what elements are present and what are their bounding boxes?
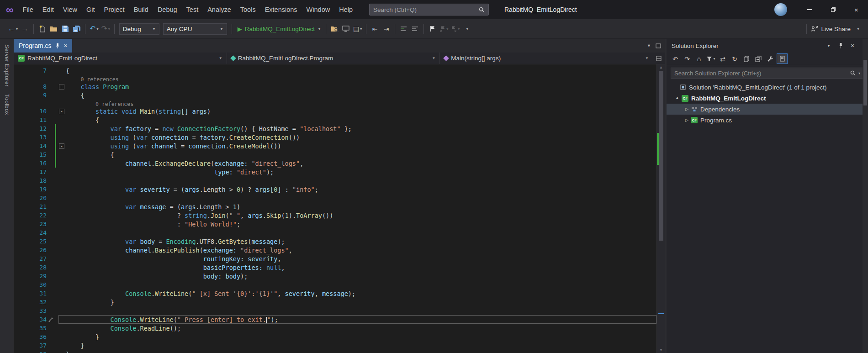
breakpoint-margin[interactable] bbox=[14, 246, 26, 254]
breadcrumb-member-dropdown[interactable]: Main(string[] args) ▼ bbox=[440, 53, 653, 64]
code-line[interactable]: 31 Console.WriteLine(" [x] Sent '{0}':'{… bbox=[14, 289, 656, 298]
breakpoint-margin[interactable] bbox=[14, 142, 26, 150]
next-bookmark-button[interactable]: ▾ bbox=[450, 23, 461, 35]
open-file-button[interactable] bbox=[48, 23, 59, 35]
properties-button[interactable] bbox=[765, 53, 776, 64]
breakpoint-margin[interactable] bbox=[14, 185, 26, 194]
code-lines[interactable]: 7{0 references8- class Program9 {0 refer… bbox=[14, 64, 656, 353]
live-share-button[interactable]: Live Share bbox=[810, 23, 852, 35]
code-line[interactable]: 17 type: "direct"); bbox=[14, 168, 656, 176]
tab-program-cs[interactable]: Program.cs × bbox=[14, 39, 72, 53]
code-line[interactable]: 19 var severity = (args.Length > 0) ? ar… bbox=[14, 185, 656, 194]
code-line[interactable]: 13 using (var connection = factory.Creat… bbox=[14, 133, 656, 142]
code-line[interactable]: 28 basicProperties: null, bbox=[14, 263, 656, 272]
breakpoint-margin[interactable] bbox=[14, 82, 26, 91]
code-line[interactable]: 24 bbox=[14, 228, 656, 237]
fold-collapse-icon[interactable]: - bbox=[59, 109, 64, 114]
code-line[interactable]: 26 channel.BasicPublish(exchange: "direc… bbox=[14, 246, 656, 254]
breakpoint-margin[interactable] bbox=[14, 280, 26, 289]
breakpoint-margin[interactable] bbox=[14, 176, 26, 185]
breakpoint-margin[interactable] bbox=[14, 332, 26, 341]
code-line[interactable]: 7{ bbox=[14, 66, 656, 75]
home-button[interactable]: ⌂ bbox=[693, 53, 704, 64]
tree-row-project[interactable]: ▸ C# RabbitMQ_EmitLogDirect bbox=[667, 93, 863, 104]
navigate-forward-button[interactable]: → bbox=[19, 23, 31, 35]
code-line[interactable]: 33 bbox=[14, 306, 656, 315]
minimize-button[interactable] bbox=[798, 0, 821, 19]
toolbar-overflow-button[interactable]: ▾ bbox=[852, 23, 863, 35]
scroll-down-arrow-icon[interactable]: ▼ bbox=[657, 348, 665, 352]
breakpoint-margin[interactable] bbox=[14, 150, 26, 159]
pin-pane-icon[interactable] bbox=[836, 41, 845, 50]
save-all-button[interactable] bbox=[71, 23, 82, 35]
codelens-row[interactable]: 0 references bbox=[14, 100, 656, 107]
redo-button[interactable]: ↷▾ bbox=[100, 23, 111, 35]
browser-preview-button[interactable] bbox=[340, 23, 352, 35]
new-file-button[interactable] bbox=[37, 23, 48, 35]
code-editor[interactable]: 7{0 references8- class Program9 {0 refer… bbox=[14, 64, 665, 353]
close-pane-icon[interactable]: × bbox=[848, 41, 857, 50]
toolbox-tab[interactable]: Toolbox bbox=[4, 94, 10, 115]
navigate-back-button[interactable]: ←▾ bbox=[6, 23, 19, 35]
editor-scrollbar[interactable]: ▲ ▼ bbox=[656, 64, 665, 353]
breakpoint-margin[interactable] bbox=[14, 254, 26, 263]
code-line[interactable]: 23 : "Hello World!"; bbox=[14, 220, 656, 228]
solution-explorer-search-input[interactable]: Search Solution Explorer (Ctrl+ş) ▾ bbox=[671, 68, 864, 79]
toolbar-options-button[interactable]: ▾ bbox=[461, 23, 472, 35]
find-in-files-button[interactable] bbox=[329, 23, 340, 35]
code-line[interactable]: 25 var body = Encoding.UTF8.GetBytes(mes… bbox=[14, 237, 656, 246]
outdent-button[interactable]: ⇤ bbox=[369, 23, 381, 35]
breakpoint-margin[interactable] bbox=[14, 107, 26, 116]
tree-row-program-cs[interactable]: ▷ C# Program.cs bbox=[667, 115, 863, 126]
code-line[interactable]: 27 routingKey: severity, bbox=[14, 254, 656, 263]
code-line[interactable]: 38} bbox=[14, 350, 656, 353]
code-line[interactable]: 18 bbox=[14, 176, 656, 185]
code-line[interactable]: 9 { bbox=[14, 91, 656, 100]
breakpoint-margin[interactable] bbox=[14, 324, 26, 332]
undo-button[interactable]: ↶▾ bbox=[88, 23, 100, 35]
breakpoint-margin[interactable] bbox=[14, 116, 26, 124]
solution-configurations-dropdown[interactable]: Debug▼ bbox=[119, 23, 159, 35]
breakpoint-margin[interactable] bbox=[14, 194, 26, 202]
breakpoint-margin[interactable] bbox=[14, 289, 26, 298]
menu-project[interactable]: Project bbox=[99, 0, 129, 19]
menu-help[interactable]: Help bbox=[334, 0, 357, 19]
pin-tab-icon[interactable] bbox=[55, 43, 60, 49]
sync-with-active-document-button[interactable]: ⇄ bbox=[717, 53, 728, 64]
code-line[interactable]: 15 { bbox=[14, 150, 656, 159]
start-debugging-button[interactable]: ▶ RabbitMQ_EmitLogDirect ▾ bbox=[238, 26, 320, 32]
solution-platforms-dropdown[interactable]: Any CPU▼ bbox=[163, 23, 227, 35]
code-line[interactable]: 10- static void Main(string[] args) bbox=[14, 107, 656, 116]
codelens-references[interactable]: 0 references bbox=[59, 76, 119, 83]
breadcrumb-type-dropdown[interactable]: RabbitMQ_EmitLogDirect.Program ▼ bbox=[227, 53, 440, 64]
breakpoint-margin[interactable] bbox=[14, 66, 26, 75]
breakpoint-margin[interactable] bbox=[14, 202, 26, 211]
code-line[interactable]: 36 } bbox=[14, 332, 656, 341]
tree-row-dependencies[interactable]: ▷ Dependencies bbox=[667, 104, 863, 115]
expander-collapsed-icon[interactable]: ▷ bbox=[684, 107, 690, 111]
previous-bookmark-button[interactable]: ▾ bbox=[438, 23, 450, 35]
menu-tools[interactable]: Tools bbox=[236, 0, 260, 19]
menu-build[interactable]: Build bbox=[129, 0, 153, 19]
menu-window[interactable]: Window bbox=[302, 0, 335, 19]
indent-button[interactable]: ⇥ bbox=[381, 23, 392, 35]
code-line[interactable]: 32 } bbox=[14, 298, 656, 306]
breakpoint-margin[interactable] bbox=[14, 220, 26, 228]
menu-edit[interactable]: Edit bbox=[38, 0, 58, 19]
se-forward-button[interactable]: ↷ bbox=[682, 53, 693, 64]
menu-extensions[interactable]: Extensions bbox=[260, 0, 302, 19]
split-editor-icon[interactable] bbox=[653, 53, 665, 64]
menu-analyze[interactable]: Analyze bbox=[203, 0, 236, 19]
breakpoint-margin[interactable] bbox=[14, 315, 26, 324]
se-back-button[interactable]: ↶ bbox=[670, 53, 681, 64]
breadcrumb-project-dropdown[interactable]: C# RabbitMQ_EmitLogDirect ▼ bbox=[14, 53, 227, 64]
refresh-button[interactable]: ↻ bbox=[729, 53, 740, 64]
fold-collapse-icon[interactable]: - bbox=[59, 84, 64, 90]
breakpoint-margin[interactable] bbox=[14, 306, 26, 315]
save-button[interactable] bbox=[59, 23, 71, 35]
code-line[interactable]: 8- class Program bbox=[14, 82, 656, 91]
breakpoint-margin[interactable] bbox=[14, 341, 26, 350]
tree-row-solution[interactable]: Solution 'RabbitMQ_EmitLogDirect' (1 of … bbox=[667, 82, 863, 93]
menu-git[interactable]: Git bbox=[82, 0, 100, 19]
codelens-row[interactable]: 0 references bbox=[14, 75, 656, 82]
